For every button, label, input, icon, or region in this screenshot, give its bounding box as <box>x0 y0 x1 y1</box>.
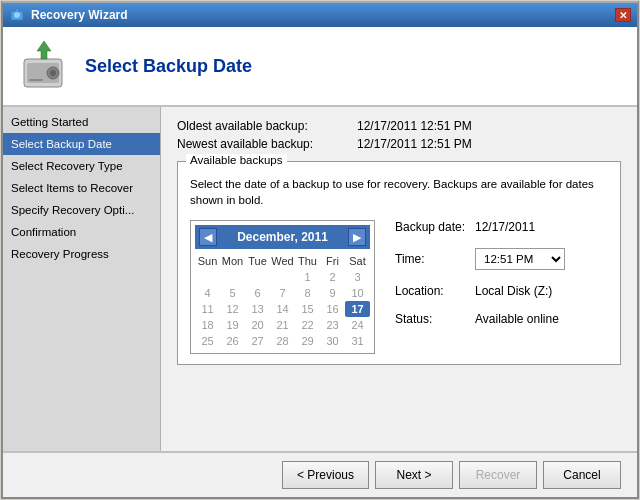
sidebar-item-getting-started[interactable]: Getting Started <box>3 111 160 133</box>
calendar-day: 10 <box>345 285 370 301</box>
svg-marker-8 <box>37 41 51 59</box>
location-value: Local Disk (Z:) <box>475 284 552 298</box>
recovery-wizard-window: Recovery Wizard ✕ Select Backup Date Get… <box>1 1 639 499</box>
calendar-day: 12 <box>220 301 245 317</box>
content-area: Getting Started Select Backup Date Selec… <box>3 107 637 451</box>
group-legend: Available backups <box>186 154 287 166</box>
day-header-sat: Sat <box>345 253 370 269</box>
sidebar-item-confirmation[interactable]: Confirmation <box>3 221 160 243</box>
calendar-and-details: ◀ December, 2011 ▶ Sun Mon Tue Wed <box>190 220 608 354</box>
backup-date-value: 12/17/2011 <box>475 220 535 234</box>
calendar-day: 15 <box>295 301 320 317</box>
calendar-day <box>195 269 220 285</box>
time-row: Time: 12:51 PM <box>395 248 608 270</box>
calendar-day: 20 <box>245 317 270 333</box>
backup-drive-icon <box>19 39 69 94</box>
status-value: Available online <box>475 312 559 326</box>
group-description: Select the date of a backup to use for r… <box>190 176 608 208</box>
newest-backup-label: Newest available backup: <box>177 137 357 151</box>
calendar: ◀ December, 2011 ▶ Sun Mon Tue Wed <box>190 220 375 354</box>
calendar-prev-button[interactable]: ◀ <box>199 228 217 246</box>
calendar-day: 11 <box>195 301 220 317</box>
backup-date-row: Backup date: 12/17/2011 <box>395 220 608 234</box>
calendar-day: 25 <box>195 333 220 349</box>
calendar-day[interactable]: 17 <box>345 301 370 317</box>
calendar-day: 1 <box>295 269 320 285</box>
calendar-week-row: 18192021222324 <box>195 317 370 333</box>
calendar-day: 21 <box>270 317 295 333</box>
calendar-day: 24 <box>345 317 370 333</box>
location-label: Location: <box>395 284 475 298</box>
main-content: Oldest available backup: 12/17/2011 12:5… <box>161 107 637 451</box>
sidebar-item-select-backup-date[interactable]: Select Backup Date <box>3 133 160 155</box>
day-header-tue: Tue <box>245 253 270 269</box>
calendar-day: 27 <box>245 333 270 349</box>
sidebar-item-recovery-progress[interactable]: Recovery Progress <box>3 243 160 265</box>
close-button[interactable]: ✕ <box>615 8 631 22</box>
svg-point-6 <box>50 70 56 76</box>
calendar-day: 7 <box>270 285 295 301</box>
calendar-week-row: 123 <box>195 269 370 285</box>
day-header-thu: Thu <box>295 253 320 269</box>
calendar-day: 18 <box>195 317 220 333</box>
calendar-day: 16 <box>320 301 345 317</box>
sidebar-item-select-items[interactable]: Select Items to Recover <box>3 177 160 199</box>
calendar-day: 31 <box>345 333 370 349</box>
oldest-backup-label: Oldest available backup: <box>177 119 357 133</box>
status-row: Status: Available online <box>395 312 608 326</box>
calendar-day: 13 <box>245 301 270 317</box>
calendar-day: 26 <box>220 333 245 349</box>
oldest-backup-row: Oldest available backup: 12/17/2011 12:5… <box>177 119 621 133</box>
previous-button[interactable]: < Previous <box>282 461 369 489</box>
calendar-day: 19 <box>220 317 245 333</box>
window-title: Recovery Wizard <box>31 8 615 22</box>
sidebar: Getting Started Select Backup Date Selec… <box>3 107 161 451</box>
title-bar: Recovery Wizard ✕ <box>3 3 637 27</box>
calendar-day: 6 <box>245 285 270 301</box>
calendar-next-button[interactable]: ▶ <box>348 228 366 246</box>
calendar-day: 29 <box>295 333 320 349</box>
calendar-grid: Sun Mon Tue Wed Thu Fri Sat <box>195 253 370 349</box>
day-header-sun: Sun <box>195 253 220 269</box>
calendar-day: 4 <box>195 285 220 301</box>
calendar-day-headers: Sun Mon Tue Wed Thu Fri Sat <box>195 253 370 269</box>
calendar-day: 30 <box>320 333 345 349</box>
calendar-day <box>270 269 295 285</box>
day-header-fri: Fri <box>320 253 345 269</box>
calendar-day: 5 <box>220 285 245 301</box>
wizard-icon <box>9 7 25 23</box>
day-header-mon: Mon <box>220 253 245 269</box>
location-row: Location: Local Disk (Z:) <box>395 284 608 298</box>
newest-backup-value: 12/17/2011 12:51 PM <box>357 137 472 151</box>
time-label: Time: <box>395 252 475 266</box>
backup-date-label: Backup date: <box>395 220 475 234</box>
svg-rect-7 <box>29 79 43 81</box>
calendar-day: 14 <box>270 301 295 317</box>
sidebar-item-select-recovery-type[interactable]: Select Recovery Type <box>3 155 160 177</box>
calendar-day: 22 <box>295 317 320 333</box>
calendar-week-row: 25262728293031 <box>195 333 370 349</box>
day-header-wed: Wed <box>270 253 295 269</box>
calendar-day: 23 <box>320 317 345 333</box>
calendar-week-row: 11121314151617 <box>195 301 370 317</box>
calendar-day <box>245 269 270 285</box>
calendar-header: ◀ December, 2011 ▶ <box>195 225 370 249</box>
calendar-day: 9 <box>320 285 345 301</box>
next-button[interactable]: Next > <box>375 461 453 489</box>
calendar-week-row: 45678910 <box>195 285 370 301</box>
newest-backup-row: Newest available backup: 12/17/2011 12:5… <box>177 137 621 151</box>
available-backups-group: Available backups Select the date of a b… <box>177 161 621 365</box>
status-label: Status: <box>395 312 475 326</box>
sidebar-item-specify-options[interactable]: Specify Recovery Opti... <box>3 199 160 221</box>
header-area: Select Backup Date <box>3 27 637 107</box>
calendar-month-year: December, 2011 <box>237 230 328 244</box>
svg-point-2 <box>14 12 20 18</box>
time-select[interactable]: 12:51 PM <box>475 248 565 270</box>
recover-button[interactable]: Recover <box>459 461 537 489</box>
calendar-day <box>220 269 245 285</box>
cancel-button[interactable]: Cancel <box>543 461 621 489</box>
calendar-day: 28 <box>270 333 295 349</box>
oldest-backup-value: 12/17/2011 12:51 PM <box>357 119 472 133</box>
footer: < Previous Next > Recover Cancel <box>3 451 637 497</box>
calendar-day: 2 <box>320 269 345 285</box>
